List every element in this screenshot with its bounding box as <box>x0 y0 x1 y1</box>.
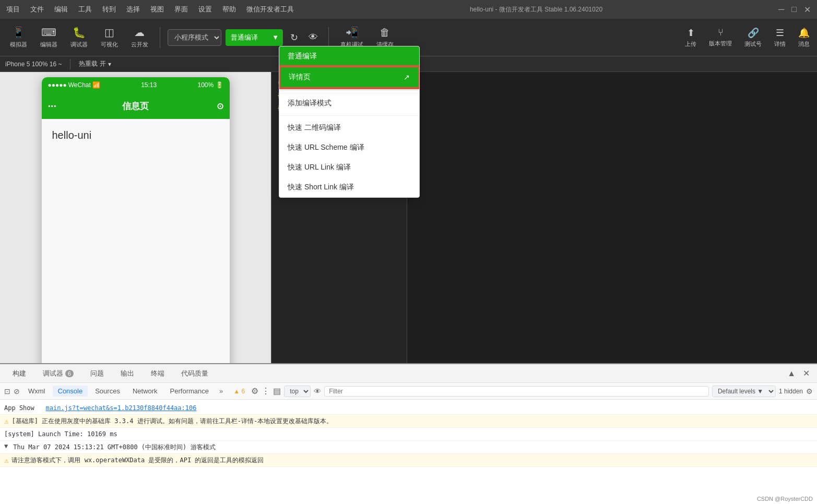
dropdown-item-normal-compile[interactable]: 普通编译 <box>279 46 419 66</box>
console-pointer-icon[interactable]: ⊡ <box>4 387 10 395</box>
nav-camera-icon[interactable]: ⊙ <box>217 101 223 111</box>
device-zoom: 100% <box>32 61 50 68</box>
collapse-button[interactable]: ▲ <box>785 368 798 379</box>
simulator-button[interactable]: 📱 模拟器 <box>5 24 31 51</box>
version-mgmt-button[interactable]: ⑂ 版本管理 <box>707 25 734 50</box>
window-controls[interactable]: ─ □ ✕ <box>778 5 811 15</box>
inner-tab-console[interactable]: Console <box>53 386 88 397</box>
menu-item-help[interactable]: 帮助 <box>222 5 236 14</box>
console-row-launch-time: [system] Launch Time: 10169 ms <box>0 428 817 441</box>
tab-build[interactable]: 构建 <box>5 366 33 381</box>
console-block-icon[interactable]: ⊘ <box>14 387 20 395</box>
menu-bar[interactable]: 项目 文件 编辑 工具 转到 选择 视图 界面 设置 帮助 微信开发者工具 <box>6 5 294 14</box>
detail-icon: ☰ <box>776 27 784 39</box>
level-select[interactable]: Default levels ▼ <box>712 386 776 397</box>
maximize-button[interactable]: □ <box>791 5 797 15</box>
dropdown-item-url-link[interactable]: 快速 URL Link 编译 <box>279 158 419 177</box>
eye-icon[interactable]: 👁 <box>314 387 321 395</box>
tab-output[interactable]: 输出 <box>113 366 141 381</box>
console-text-appshow: App Show main.js?t=wechat&s=1.b2130f8840… <box>4 403 813 413</box>
dropdown-item-url-scheme[interactable]: 快速 URL Scheme 编译 <box>279 138 419 158</box>
console-row-warning-baselib: ⚠ [基础库] 正在使用灰度中的基础库 3.3.4 进行调试。如有问题，请前往工… <box>0 415 817 428</box>
menu-item-settings[interactable]: 设置 <box>198 5 212 14</box>
debugger-badge: 6 <box>65 370 74 377</box>
simulator-icon: 📱 <box>12 26 25 39</box>
menu-item-wechat[interactable]: 微信开发者工具 <box>246 5 294 14</box>
settings-icon[interactable]: ⚙ <box>251 386 258 396</box>
tab-problems[interactable]: 问题 <box>83 366 111 381</box>
compile-select-wrapper: 普通编译 ▼ <box>226 29 283 46</box>
test-num-button[interactable]: 🔗 测试号 <box>742 25 764 50</box>
more-tabs-icon[interactable]: » <box>216 386 226 397</box>
menu-item-interface[interactable]: 界面 <box>174 5 188 14</box>
dropdown-item-add-mode[interactable]: 添加编译模式 <box>279 93 419 113</box>
title-bar: 项目 文件 编辑 工具 转到 选择 视图 界面 设置 帮助 微信开发者工具 he… <box>0 0 817 19</box>
close-devtools-button[interactable]: ✕ <box>801 367 812 379</box>
mode-select[interactable]: 小程序模式 <box>168 29 221 46</box>
device-selector[interactable]: iPhone 5 100% 16 ~ <box>5 61 62 68</box>
detail-button[interactable]: ☰ 详情 <box>772 25 788 50</box>
expand-arrow-icon[interactable]: ▼ <box>4 442 8 450</box>
tab-debugger[interactable]: 调试器 6 <box>35 366 81 381</box>
menu-item-edit[interactable]: 编辑 <box>54 5 68 14</box>
console-text-baselib: [基础库] 正在使用灰度中的基础库 3.3.4 进行调试。如有问题，请前往工具栏… <box>11 416 813 426</box>
inner-tab-performance[interactable]: Performance <box>165 386 214 397</box>
inner-tab-wxml[interactable]: Wxml <box>23 386 51 397</box>
console-text-visitor: 请注意游客模式下，调用 wx.operateWXData 是受限的，API 的返… <box>11 455 813 465</box>
message-button[interactable]: 🔔 消息 <box>796 25 812 50</box>
gear-icon[interactable]: ⚙ <box>806 387 813 395</box>
dropdown-label-url-link: 快速 URL Link 编译 <box>288 163 351 172</box>
tab-code-quality[interactable]: 代码质量 <box>174 366 216 381</box>
upload-button[interactable]: ⬆ 上传 <box>683 25 698 50</box>
menu-item-view[interactable]: 视图 <box>150 5 164 14</box>
dropdown-label-url-scheme: 快速 URL Scheme 编译 <box>288 143 364 152</box>
visible-button[interactable]: ◫ 可视化 <box>96 24 122 51</box>
hotreload-button[interactable]: 热重载 开 ▾ <box>79 59 111 68</box>
inner-tab-network[interactable]: Network <box>127 386 163 397</box>
compile-select[interactable]: 普通编译 <box>226 29 283 46</box>
refresh-button[interactable]: ↻ <box>287 30 301 45</box>
more-options-icon[interactable]: ⋮ <box>262 386 270 396</box>
device-scale: 16 <box>50 61 56 68</box>
minimize-button[interactable]: ─ <box>778 5 784 15</box>
console-top-select[interactable]: top <box>284 386 311 397</box>
console-toolbar: ⊡ ⊘ Wxml Console Sources Network Perform… <box>0 383 817 400</box>
console-link-main[interactable]: main.js?t=wechat&s=1.b2130f8840f44aa:106 <box>45 404 196 412</box>
warning-count[interactable]: ▲ 6 <box>233 388 245 395</box>
editor-icon: ⌨ <box>41 26 56 39</box>
dropdown-label-normal: 普通编译 <box>288 52 317 61</box>
devtools-panel: 构建 调试器 6 问题 输出 终端 代码质量 ▲ ✕ <box>0 363 817 504</box>
menu-item-select[interactable]: 选择 <box>126 5 140 14</box>
nav-more-icon[interactable]: ··· <box>48 100 57 112</box>
dropdown-item-detail-page[interactable]: 详情页 ↗ <box>279 66 419 88</box>
hotreload-label: 热重载 开 <box>79 59 105 68</box>
debugger-button[interactable]: 🐛 调试器 <box>66 24 92 51</box>
clear-cache-icon: 🗑 <box>380 27 390 39</box>
menu-item-project[interactable]: 项目 <box>6 5 20 14</box>
menu-item-tools[interactable]: 工具 <box>78 5 92 14</box>
dropdown-item-qr-compile[interactable]: 快速 二维码编译 <box>279 118 419 138</box>
console-text-group: Thu Mar 07 2024 15:13:21 GMT+0800 (中国标准时… <box>13 442 813 452</box>
filter-input[interactable] <box>324 386 709 397</box>
tab-terminal[interactable]: 终端 <box>144 366 172 381</box>
menu-item-file[interactable]: 文件 <box>30 5 44 14</box>
version-mgmt-icon: ⑂ <box>718 27 724 38</box>
battery-icon: 🔋 <box>216 81 223 89</box>
tab-problems-label: 问题 <box>90 369 104 378</box>
toolbar-separator-device <box>70 59 70 69</box>
sidebar-toggle-icon[interactable]: ▤ <box>273 386 281 396</box>
tab-debugger-label: 调试器 <box>43 369 63 378</box>
console-inner-tabs: Wxml Console Sources Network Performance… <box>23 386 226 397</box>
dropdown-label-add: 添加编译模式 <box>288 99 331 108</box>
inner-tab-sources[interactable]: Sources <box>90 386 125 397</box>
devtools-right-controls: ▲ ✕ <box>785 367 812 379</box>
warning-icon-2: ⚠ <box>4 456 8 464</box>
close-button[interactable]: ✕ <box>804 5 811 15</box>
toolbar-sep-2 <box>328 27 329 48</box>
menu-item-goto[interactable]: 转到 <box>102 5 116 14</box>
cloud-button[interactable]: ☁ 云开发 <box>126 24 152 51</box>
editor-button[interactable]: ⌨ 编辑器 <box>35 24 62 51</box>
tab-output-label: 输出 <box>121 369 134 378</box>
dropdown-item-short-link[interactable]: 快速 Short Link 编译 <box>279 177 419 197</box>
preview-button[interactable]: 👁 <box>305 30 321 45</box>
